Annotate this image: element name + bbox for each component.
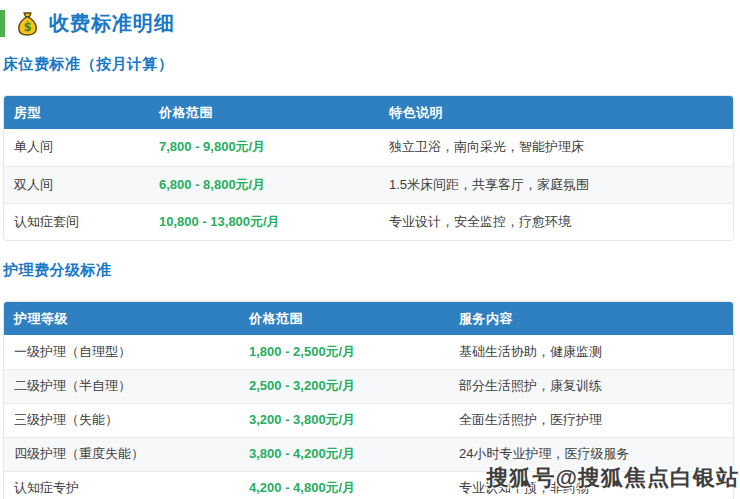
row-label: 二级护理（半自理） [4,369,239,403]
description: 全面生活照护，医疗护理 [449,403,733,437]
row-label: 三级护理（失能） [4,403,239,437]
description: 专业认知干预，非药物 [449,471,733,499]
money-bag-icon: $ [14,10,41,37]
green-accent-bar [0,10,5,37]
column-header: 服务内容 [449,302,733,335]
page-title: 收费标准明细 [49,10,175,37]
row-label: 四级护理（重度失能） [4,437,239,471]
column-header: 护理等级 [4,302,239,335]
price-range: 1,800 - 2,500元/月 [239,335,449,369]
nursing-fee-table-wrap: 护理等级价格范围服务内容 一级护理（自理型）1,800 - 2,500元/月基础… [3,301,734,499]
column-header: 特色说明 [379,96,733,129]
price-range: 4,200 - 4,800元/月 [239,471,449,499]
price-range: 3,200 - 3,800元/月 [239,403,449,437]
section-title-bed-fee: 床位费标准（按月计算） [3,55,737,74]
table-row: 单人间7,800 - 9,800元/月独立卫浴，南向采光，智能护理床 [4,129,733,166]
row-label: 一级护理（自理型） [4,335,239,369]
page-title-row: $ 收费标准明细 [0,7,737,39]
article-content: $ 收费标准明细 床位费标准（按月计算） 房型价格范围特色说明 单人间7,800… [0,0,740,499]
price-range: 3,800 - 4,200元/月 [239,437,449,471]
description: 专业设计，安全监控，疗愈环境 [379,203,733,240]
row-label: 认知症专护 [4,471,239,499]
price-range: 6,800 - 8,800元/月 [149,166,379,203]
nursing-fee-table: 护理等级价格范围服务内容 一级护理（自理型）1,800 - 2,500元/月基础… [4,302,733,499]
row-label: 双人间 [4,166,149,203]
table-row: 四级护理（重度失能）3,800 - 4,200元/月24小时专业护理，医疗级服务 [4,437,733,471]
table-header-row: 护理等级价格范围服务内容 [4,302,733,335]
section-title-nursing-fee: 护理费分级标准 [3,261,737,280]
table-row: 认知症专护4,200 - 4,800元/月专业认知干预，非药物 [4,471,733,499]
table-header-row: 房型价格范围特色说明 [4,96,733,129]
price-range: 10,800 - 13,800元/月 [149,203,379,240]
table-row: 认知症套间10,800 - 13,800元/月专业设计，安全监控，疗愈环境 [4,203,733,240]
table-row: 二级护理（半自理）2,500 - 3,200元/月部分生活照护，康复训练 [4,369,733,403]
svg-text:$: $ [23,19,31,33]
row-label: 认知症套间 [4,203,149,240]
price-range: 2,500 - 3,200元/月 [239,369,449,403]
description: 部分生活照护，康复训练 [449,369,733,403]
price-range: 7,800 - 9,800元/月 [149,129,379,166]
description: 1.5米床间距，共享客厅，家庭氛围 [379,166,733,203]
bed-fee-table-wrap: 房型价格范围特色说明 单人间7,800 - 9,800元/月独立卫浴，南向采光，… [3,95,734,241]
table-row: 双人间6,800 - 8,800元/月1.5米床间距，共享客厅，家庭氛围 [4,166,733,203]
description: 24小时专业护理，医疗级服务 [449,437,733,471]
row-label: 单人间 [4,129,149,166]
bed-fee-table: 房型价格范围特色说明 单人间7,800 - 9,800元/月独立卫浴，南向采光，… [4,96,733,240]
column-header: 房型 [4,96,149,129]
description: 独立卫浴，南向采光，智能护理床 [379,129,733,166]
table-row: 一级护理（自理型）1,800 - 2,500元/月基础生活协助，健康监测 [4,335,733,369]
description: 基础生活协助，健康监测 [449,335,733,369]
column-header: 价格范围 [149,96,379,129]
table-row: 三级护理（失能）3,200 - 3,800元/月全面生活照护，医疗护理 [4,403,733,437]
column-header: 价格范围 [239,302,449,335]
